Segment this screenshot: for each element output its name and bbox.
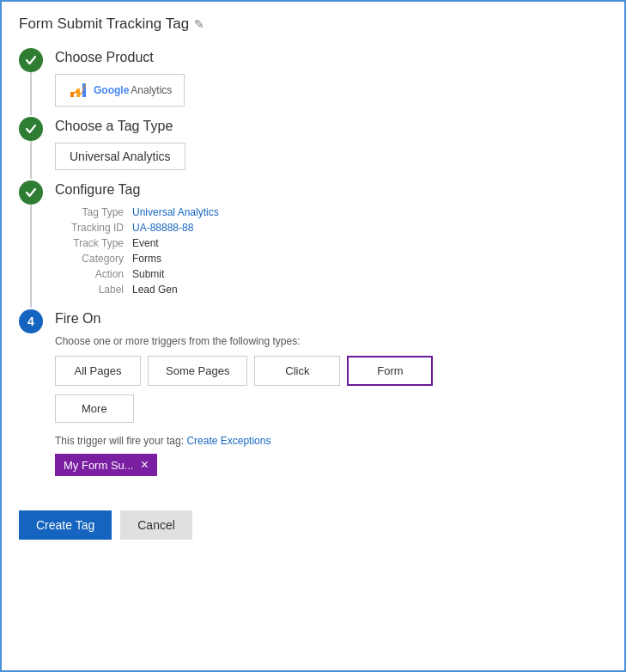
config-row-trackingid: Tracking ID UA-88888-88 [55,222,607,234]
config-row-action: Action Submit [55,268,607,280]
all-pages-button[interactable]: All Pages [55,356,141,386]
step2-content: Choose a Tag Type Universal Analytics [55,117,607,179]
step3-title: Configure Tag [55,180,607,198]
form-tag-chip[interactable]: My Form Su... × [55,454,157,476]
step2-left [19,117,43,179]
analytics-text: Analytics [131,84,172,96]
more-button[interactable]: More [55,394,134,423]
chip-close-button[interactable]: × [141,458,149,472]
trigger-note: This trigger will fire your tag: Create … [55,435,607,447]
trigger-instruction: Choose one or more triggers from the fol… [55,335,607,347]
google-text: Google [94,84,129,96]
config-row-category: Category Forms [55,253,607,265]
create-tag-button[interactable]: Create Tag [19,510,112,540]
config-row-tracktype: Track Type Event [55,237,607,249]
step3-content: Configure Tag Tag Type Universal Analyti… [55,180,607,308]
step4-content: Fire On Choose one or more triggers from… [55,309,607,485]
edit-icon[interactable]: ✎ [194,17,204,31]
tag-type-button[interactable]: Universal Analytics [55,143,185,170]
step4-wrapper: 4 Fire On Choose one or more triggers fr… [19,309,607,485]
chip-label: My Form Su... [64,459,134,472]
step3-left [19,180,43,308]
step1-content: Choose Product Google Analytics [55,48,607,115]
config-table: Tag Type Universal Analytics Tracking ID… [55,206,607,296]
step4-number: 4 [19,309,43,333]
config-row-label: Label Lead Gen [55,284,607,296]
cancel-button[interactable]: Cancel [120,510,192,540]
google-analytics-icon [68,80,88,101]
step3-wrapper: Configure Tag Tag Type Universal Analyti… [19,180,607,308]
create-exceptions-link[interactable]: Create Exceptions [186,435,270,447]
step2-connector [30,141,32,179]
step1-check [19,48,43,72]
step1-wrapper: Choose Product Google Analytics [19,48,607,115]
step3-connector [30,205,32,308]
click-button[interactable]: Click [254,356,340,386]
step1-left [19,48,43,115]
trigger-buttons-row: All Pages Some Pages Click Form [55,356,607,386]
step2-title: Choose a Tag Type [55,117,607,134]
step2-check [19,117,43,141]
form-button[interactable]: Form [347,356,433,386]
some-pages-button[interactable]: Some Pages [148,356,247,386]
page-title: Form Submit Tracking Tag [19,15,189,33]
step2-wrapper: Choose a Tag Type Universal Analytics [19,117,607,179]
step1-connector [30,72,32,115]
page-title-row: Form Submit Tracking Tag ✎ [19,15,607,33]
product-button[interactable]: Google Analytics [55,74,185,107]
step1-title: Choose Product [55,48,607,65]
config-row-tagtype: Tag Type Universal Analytics [55,206,607,218]
footer-buttons: Create Tag Cancel [19,502,607,540]
step4-left: 4 [19,309,43,485]
step3-check [19,180,43,205]
step4-title: Fire On [55,309,607,327]
